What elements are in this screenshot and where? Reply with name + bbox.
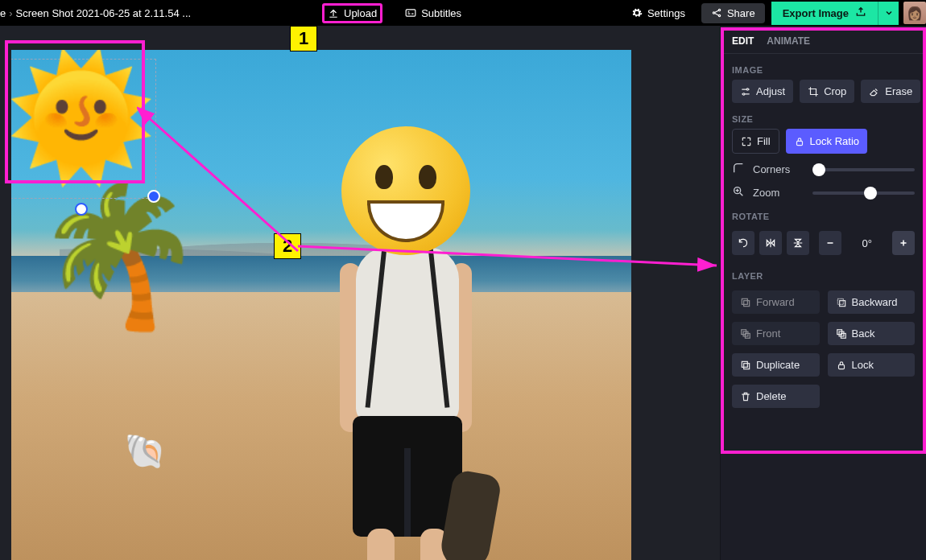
duplicate-label: Duplicate (756, 359, 800, 371)
svg-point-1 (713, 12, 714, 14)
layer-forward-label: Forward (756, 296, 795, 308)
flip-horizontal-button[interactable] (759, 231, 782, 255)
annotation-label-1: 1 (290, 26, 317, 51)
sun-emoji-layer[interactable]: 🌞 (11, 56, 156, 177)
export-group: Export Image (771, 2, 899, 25)
subtitles-label: Subtitles (421, 7, 461, 19)
subtitles-button[interactable]: Subtitles (397, 5, 469, 22)
section-size-header: SIZE (724, 103, 923, 129)
tab-                [interactable]: EDIT (732, 35, 754, 47)
erase-label: Erase (885, 85, 912, 97)
rotate-minus-button[interactable] (819, 231, 841, 255)
erase-button[interactable]: Erase (861, 80, 920, 103)
canvas-area[interactable]: 🌴 🐚 🌞 1 2 (0, 26, 720, 560)
subtitles-icon (405, 8, 416, 18)
breadcrumb[interactable]: e › Screen Shot 2021-06-25 at 2.11.54 ..… (0, 7, 225, 19)
rotate-handle[interactable] (75, 203, 88, 216)
lock-label: Lock (852, 359, 874, 371)
export-label: Export Image (783, 7, 849, 19)
layer-backward-label: Backward (852, 296, 898, 308)
upload-icon (328, 7, 339, 19)
svg-rect-8 (796, 141, 802, 145)
crop-label: Crop (824, 85, 846, 97)
svg-point-7 (743, 93, 745, 94)
avatar[interactable]: 👩🏽 (903, 2, 926, 24)
svg-point-3 (718, 14, 720, 16)
svg-rect-21 (742, 361, 747, 367)
emoji-eye (375, 165, 393, 189)
share-label: Share (727, 7, 755, 19)
fill-label: Fill (757, 135, 771, 147)
svg-rect-11 (744, 300, 750, 306)
settings-button[interactable]: Settings (623, 5, 693, 22)
corners-label: Corners (753, 163, 804, 175)
corners-slider[interactable] (812, 168, 915, 171)
panel-tabs: EDIT ANIMATE (724, 27, 923, 54)
shell-emoji-layer[interactable]: 🐚 (124, 431, 166, 471)
crop-button[interactable]: Crop (800, 80, 854, 103)
delete-label: Delete (756, 390, 787, 402)
emoji-mouth (367, 200, 444, 242)
layer-back-button[interactable]: Back (828, 322, 916, 345)
zoom-icon (732, 185, 745, 200)
svg-rect-13 (837, 299, 843, 304)
share-icon (711, 7, 722, 19)
section-rotate-header: ROTATE (724, 200, 923, 226)
svg-rect-10 (742, 299, 747, 304)
svg-rect-20 (744, 363, 750, 369)
settings-label: Settings (647, 7, 685, 19)
export-button[interactable]: Export Image (771, 2, 878, 25)
export-icon (855, 6, 866, 20)
lock-button[interactable]: Lock (828, 353, 916, 377)
zoom-label: Zoom (753, 187, 804, 199)
share-button[interactable]: Share (701, 3, 765, 23)
layer-front-button[interactable]: Front (732, 322, 820, 345)
svg-point-6 (746, 88, 748, 89)
edit-panel: EDIT ANIMATE IMAGE Adjust Crop Erase SIZ… (720, 26, 926, 560)
svg-rect-0 (406, 10, 415, 16)
rotate-ccw-button[interactable] (732, 231, 754, 255)
sun-selection-box[interactable]: 🌞 (11, 59, 156, 199)
emoji-eye (419, 165, 436, 189)
layer-forward-button[interactable]: Forward (732, 290, 820, 314)
annotation-label-2: 2 (274, 233, 301, 259)
svg-point-2 (718, 9, 720, 10)
layer-back-label: Back (852, 327, 875, 340)
lock-ratio-button[interactable]: Lock Ratio (786, 129, 867, 154)
adjust-button[interactable]: Adjust (732, 80, 793, 103)
canvas[interactable]: 🌴 🐚 🌞 (11, 50, 631, 560)
zoom-slider[interactable] (812, 191, 915, 195)
lock-ratio-label: Lock Ratio (810, 135, 859, 147)
rotate-plus-button[interactable] (892, 231, 915, 255)
section-image-header: IMAGE (724, 54, 923, 80)
fill-button[interactable]: Fill (732, 129, 779, 154)
person-leg (367, 529, 395, 560)
zoom-row: Zoom (724, 177, 923, 200)
section-layer-header: LAYER (724, 260, 923, 286)
palm-emoji-layer[interactable]: 🌴 (34, 187, 205, 323)
chevron-right-icon: › (9, 7, 12, 19)
face-emoji-layer[interactable] (341, 126, 470, 255)
breadcrumb-root: e (0, 7, 6, 19)
layer-front-label: Front (756, 327, 780, 340)
upload-label: Upload (344, 7, 377, 19)
gear-icon (631, 7, 643, 19)
breadcrumb-file: Screen Shot 2021-06-25 at 2.11.54 ... (16, 7, 192, 19)
person-layer[interactable] (317, 126, 494, 560)
rotate-value: 0° (846, 237, 887, 249)
duplicate-button[interactable]: Duplicate (732, 353, 820, 377)
main: 🌴 🐚 🌞 1 2 EDIT ANIMATE IMAGE (0, 26, 926, 560)
corners-row: Corners (724, 154, 923, 177)
svg-rect-12 (839, 300, 845, 306)
corners-icon (732, 162, 745, 177)
layer-backward-button[interactable]: Backward (828, 290, 916, 314)
tab-animate[interactable]: ANIMATE (767, 35, 810, 47)
adjust-label: Adjust (756, 85, 785, 97)
svg-rect-22 (838, 364, 844, 369)
flip-vertical-button[interactable] (787, 231, 809, 255)
top-bar: e › Screen Shot 2021-06-25 at 2.11.54 ..… (0, 0, 926, 26)
delete-button[interactable]: Delete (732, 385, 820, 408)
export-dropdown[interactable] (878, 2, 899, 25)
upload-button[interactable]: Upload (322, 3, 382, 23)
